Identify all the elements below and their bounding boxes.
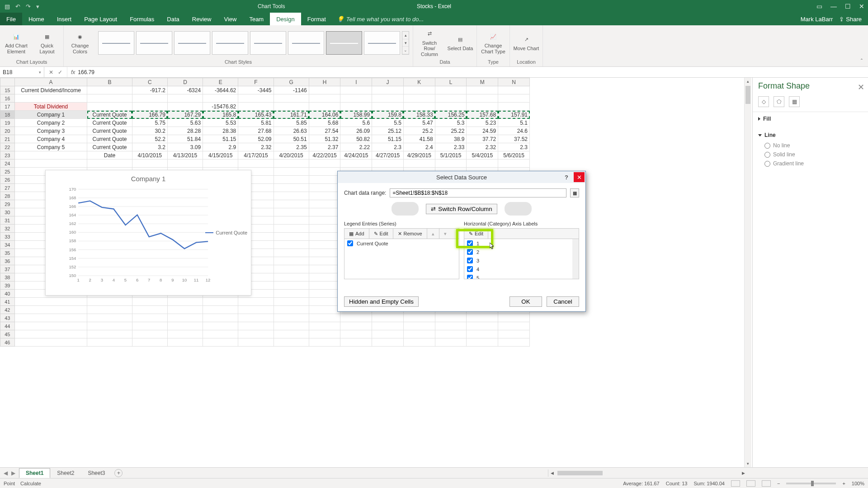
- title-bar: ▧ ↶ ↷ ▾ Chart Tools Stocks - Excel ▭ — ☐…: [0, 0, 868, 13]
- solid-line-option[interactable]: Solid line: [758, 150, 863, 159]
- sheet-nav-prev-icon[interactable]: ◀: [4, 470, 8, 476]
- series-item[interactable]: Current Quote: [344, 239, 459, 248]
- tab-review[interactable]: Review: [186, 13, 218, 25]
- switch-arrow-right-icon: [505, 202, 532, 216]
- undo-icon[interactable]: ↶: [15, 3, 20, 10]
- tab-view[interactable]: View: [217, 13, 243, 25]
- dialog-close-icon[interactable]: ✕: [574, 172, 585, 182]
- sheet-tab-3[interactable]: Sheet3: [81, 468, 112, 478]
- share-button[interactable]: ⇪ Share: [839, 16, 862, 23]
- chart-style-4[interactable]: [212, 31, 248, 55]
- chart-legend[interactable]: Current Quote: [205, 230, 247, 235]
- gradient-line-option[interactable]: Gradient line: [758, 159, 863, 168]
- tab-file[interactable]: File: [0, 13, 22, 25]
- effects-tab-icon[interactable]: ⬠: [774, 96, 784, 107]
- new-sheet-button[interactable]: +: [114, 469, 123, 477]
- vertical-scrollbar[interactable]: ▴▾: [744, 78, 751, 467]
- series-edit-button[interactable]: ✎ Edit: [369, 229, 393, 239]
- svg-text:10: 10: [182, 277, 187, 282]
- status-mode: Point: [4, 481, 15, 486]
- line-section[interactable]: Line: [758, 132, 863, 138]
- tab-page-layout[interactable]: Page Layout: [78, 13, 123, 25]
- zoom-slider[interactable]: [786, 483, 836, 484]
- size-props-tab-icon[interactable]: ▦: [789, 96, 800, 107]
- hidden-empty-cells-button[interactable]: Hidden and Empty Cells: [344, 296, 419, 307]
- tab-formulas[interactable]: Formulas: [123, 13, 160, 25]
- chart-style-1[interactable]: [98, 31, 134, 55]
- no-line-option[interactable]: No line: [758, 141, 863, 150]
- zoom-in-icon[interactable]: +: [842, 481, 845, 486]
- zoom-out-icon[interactable]: −: [777, 481, 780, 486]
- qat-more-icon[interactable]: ▾: [36, 3, 39, 10]
- chart-style-2[interactable]: [136, 31, 172, 55]
- sheet-tab-1[interactable]: Sheet1: [19, 468, 50, 478]
- group-chart-layouts: Chart Layouts: [3, 59, 61, 66]
- switch-row-column-button[interactable]: ⇄Switch Row/ Column: [416, 29, 443, 57]
- tab-design[interactable]: Design: [270, 13, 301, 25]
- horizontal-scrollbar[interactable]: ◀▶: [548, 469, 747, 477]
- tab-home[interactable]: Home: [22, 13, 51, 25]
- pane-close-icon[interactable]: ✕: [858, 82, 864, 92]
- change-chart-type-button[interactable]: 📈Change Chart Type: [480, 32, 507, 54]
- chart-style-7[interactable]: [326, 31, 362, 55]
- format-shape-pane: Format Shape ✕ ◇ ⬠ ▦ Fill Line No line S…: [752, 78, 868, 467]
- user-name[interactable]: Mark LaBarr: [801, 16, 833, 23]
- page-layout-view-icon[interactable]: [746, 480, 755, 487]
- zoom-level[interactable]: 100%: [852, 481, 864, 486]
- name-box[interactable]: B18▾: [0, 67, 44, 77]
- minimize-icon[interactable]: —: [830, 3, 837, 10]
- tab-team[interactable]: Team: [243, 13, 270, 25]
- move-chart-button[interactable]: ↗Move Chart: [513, 34, 540, 52]
- chart-styles-scroll[interactable]: ▴▾⌄: [402, 31, 409, 55]
- series-listbox[interactable]: Current Quote: [344, 239, 459, 279]
- svg-text:170: 170: [69, 187, 76, 192]
- ribbon-options-icon[interactable]: ▭: [816, 3, 822, 10]
- range-picker-icon[interactable]: ▦: [570, 188, 579, 197]
- select-data-button[interactable]: ▤Select Data: [447, 34, 474, 52]
- collapse-ribbon-icon[interactable]: ˆ: [857, 58, 866, 66]
- maximize-icon[interactable]: ☐: [845, 3, 851, 10]
- dialog-help-icon[interactable]: ?: [561, 172, 572, 182]
- axis-label-item[interactable]: 2: [464, 248, 579, 256]
- add-chart-element-button[interactable]: 📊Add Chart Element: [3, 32, 30, 54]
- quick-layout-button[interactable]: ▦Quick Layout: [33, 32, 61, 54]
- close-icon[interactable]: ✕: [859, 3, 864, 10]
- series-move-up-button[interactable]: ▴: [427, 229, 439, 239]
- fill-section[interactable]: Fill: [758, 116, 863, 122]
- tell-me-search[interactable]: 💡 Tell me what you want to do...: [337, 13, 424, 25]
- chart-style-5[interactable]: [250, 31, 286, 55]
- fx-icon[interactable]: fx: [71, 69, 75, 75]
- chart-styles-gallery[interactable]: ▴▾⌄: [97, 30, 410, 56]
- fill-line-tab-icon[interactable]: ◇: [758, 96, 769, 107]
- embedded-chart[interactable]: Company 1 150152154156158160162164166168…: [45, 170, 251, 296]
- normal-view-icon[interactable]: [731, 480, 740, 487]
- redo-icon[interactable]: ↷: [26, 3, 31, 10]
- chart-plot-area[interactable]: 1501521541561581601621641661681701234567…: [59, 187, 240, 286]
- sheet-tab-2[interactable]: Sheet2: [50, 468, 81, 478]
- axis-label-item[interactable]: 4: [464, 265, 579, 273]
- tab-insert[interactable]: Insert: [51, 13, 78, 25]
- save-icon[interactable]: ▧: [5, 3, 10, 10]
- ok-button[interactable]: OK: [509, 296, 542, 307]
- enter-formula-icon[interactable]: ✓: [58, 69, 62, 75]
- tab-data[interactable]: Data: [160, 13, 185, 25]
- page-break-view-icon[interactable]: [762, 480, 771, 487]
- status-calculate[interactable]: Calculate: [20, 481, 41, 486]
- formula-value[interactable]: 166.79: [78, 69, 94, 75]
- chart-title[interactable]: Company 1: [46, 170, 251, 183]
- switch-row-column-dialog-button[interactable]: ⇄ Switch Row/Column: [426, 204, 497, 214]
- cancel-button[interactable]: Cancel: [547, 296, 579, 307]
- series-add-button[interactable]: ▦ Add: [344, 229, 369, 239]
- sheet-nav-next-icon[interactable]: ▶: [11, 470, 15, 476]
- axis-label-item[interactable]: 3: [464, 256, 579, 265]
- change-colors-button[interactable]: ◉Change Colors: [66, 32, 94, 54]
- chart-style-8[interactable]: [364, 31, 400, 55]
- series-move-down-button[interactable]: ▾: [439, 229, 451, 239]
- tab-format[interactable]: Format: [301, 13, 332, 25]
- axis-label-item[interactable]: 5: [464, 273, 579, 279]
- cancel-formula-icon[interactable]: ✕: [49, 69, 53, 75]
- series-remove-button[interactable]: ✕ Remove: [393, 229, 427, 239]
- chart-style-6[interactable]: [288, 31, 324, 55]
- chart-style-3[interactable]: [174, 31, 210, 55]
- chart-data-range-input[interactable]: [390, 188, 566, 197]
